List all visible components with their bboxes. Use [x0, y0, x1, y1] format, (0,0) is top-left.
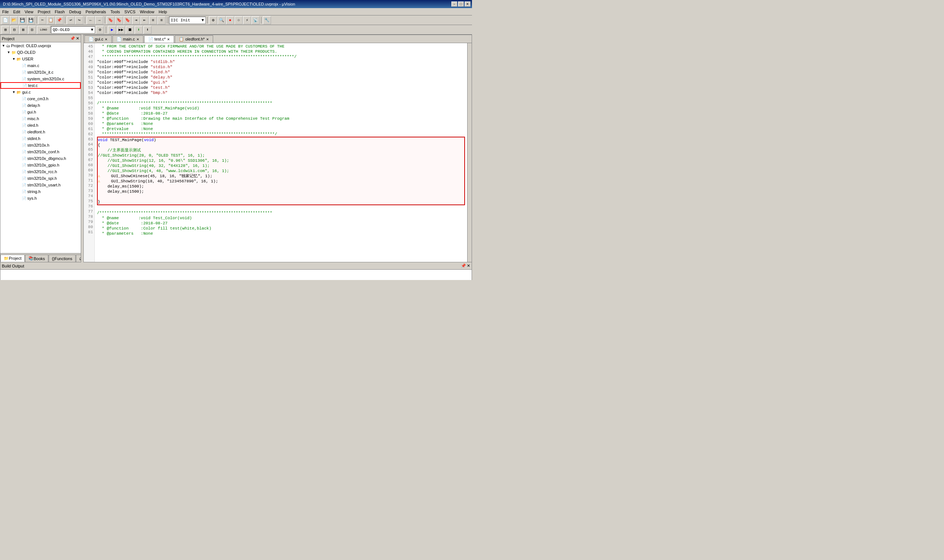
code-line-67: //GUI_ShowString(12, 16, "0.96\" SSD1306… [98, 158, 464, 163]
bookmark2-button[interactable]: 🔖 [115, 16, 123, 24]
maximize-button[interactable]: □ [458, 2, 464, 7]
stop-build-button[interactable]: ⏹ [126, 26, 134, 34]
tree-item-11[interactable]: 📄misc.h [0, 115, 81, 122]
flash-button[interactable]: 📡 [251, 16, 260, 24]
tree-item-3[interactable]: 📄main.c [0, 62, 81, 69]
tree-item-0[interactable]: ▼🗂Project: OLED.uvprojx [0, 42, 81, 49]
minimize-button[interactable]: − [451, 2, 457, 7]
line-num-53: 53 [84, 85, 93, 90]
tree-item-2[interactable]: ▼📂USER [0, 55, 81, 62]
nav-fwd-button[interactable]: → [95, 16, 103, 24]
target-settings-button[interactable]: ⚙ [96, 26, 104, 34]
code-line-72: delay_ms(1500); [98, 184, 464, 189]
build-close-button[interactable]: ✕ [467, 263, 470, 268]
tab-project[interactable]: 📁 Project [0, 255, 25, 262]
panel-splitter[interactable] [81, 35, 83, 262]
run-button[interactable]: ● [226, 16, 234, 24]
rebuild-button[interactable]: ▶▶ [117, 26, 125, 34]
outdent-button[interactable]: ⇤ [140, 16, 149, 24]
tree-item-21[interactable]: 📄stm32f10x_usart.h [0, 182, 81, 188]
tb2-btn2[interactable]: ⊟ [10, 26, 19, 34]
build-pin-button[interactable]: 📌 [461, 263, 466, 268]
save-all-button[interactable]: 💾 [27, 16, 35, 24]
menu-file[interactable]: File [0, 9, 11, 15]
format2-button[interactable]: ≡ [157, 16, 165, 24]
vertical-scrollbar[interactable] [467, 43, 472, 262]
redo-button[interactable]: ↪ [75, 16, 83, 24]
tree-item-4[interactable]: 📄stm32f10x_it.c [0, 69, 81, 75]
tree-item-18[interactable]: 📄stm32f10x_gpio.h [0, 162, 81, 168]
bookmark-button[interactable]: 🔖 [106, 16, 115, 24]
bookmark3-button[interactable]: 🔖 [123, 16, 132, 24]
tree-item-16[interactable]: 📄stm32f10x_conf.h [0, 148, 81, 155]
code-tab-3[interactable]: 📋 oledfont.h*✕ [175, 35, 213, 43]
code-tab-1[interactable]: 📄 main.c✕ [113, 35, 143, 43]
menu-tools[interactable]: Tools [108, 9, 122, 15]
code-line-62: ****************************************… [97, 132, 465, 137]
tree-item-17[interactable]: 📄stm32f10x_dbgmcu.h [0, 155, 81, 162]
tree-item-7[interactable]: ▼📂gui.c [0, 89, 81, 95]
target-dropdown[interactable]: QD-OLED ▼ [51, 26, 95, 34]
menu-help[interactable]: Help [156, 9, 169, 15]
debug-button[interactable]: ⚡ [243, 16, 251, 24]
tree-item-20[interactable]: 📄stm32f10x_spi.h [0, 175, 81, 182]
code-editor[interactable]: * FROM THE CONTENT OF SUCH FIRMWARE AND/… [95, 43, 467, 262]
line-num-55: 55 [84, 95, 93, 101]
cut-button[interactable]: ✂ [39, 16, 46, 24]
new-file-button[interactable]: 📄 [2, 16, 9, 24]
menu-peripherals[interactable]: Peripherals [83, 9, 108, 15]
iic-init-dropdown[interactable]: IIC Init ▼ [169, 17, 206, 24]
undo-button[interactable]: ↩ [67, 16, 75, 24]
open-file-button[interactable]: 📂 [10, 16, 18, 24]
line-num-61: 61 [84, 126, 93, 132]
tree-item-5[interactable]: 📄system_stm32f10x.c [0, 75, 81, 82]
menu-edit[interactable]: Edit [11, 9, 23, 15]
save-button[interactable]: 💾 [19, 16, 26, 24]
settings-button[interactable]: ⚙ [209, 16, 217, 24]
tree-item-19[interactable]: 📄stm32f10x_rcc.h [0, 168, 81, 175]
tree-item-12[interactable]: 📄oled.h [0, 122, 81, 129]
build-button[interactable]: ▶ [108, 26, 116, 34]
menu-project[interactable]: Project [35, 9, 52, 15]
menu-svcs[interactable]: SVCS [122, 9, 137, 15]
format-button[interactable]: ≡ [149, 16, 157, 24]
tree-item-15[interactable]: 📄stm32f10x.h [0, 142, 81, 148]
download-button[interactable]: ⬇ [134, 26, 143, 34]
tb2-btn3[interactable]: ⊠ [19, 26, 27, 34]
line-num-54: 54 [84, 90, 93, 95]
menu-window[interactable]: Window [137, 9, 156, 15]
tab-functions[interactable]: {} Functions [49, 255, 76, 262]
copy-button[interactable]: 📋 [47, 16, 55, 24]
stop-button[interactable]: ○ [234, 16, 243, 24]
line-num-60: 60 [84, 121, 93, 126]
menu-flash[interactable]: Flash [53, 9, 67, 15]
tools-button[interactable]: 🔧 [263, 16, 271, 24]
tree-item-8[interactable]: 📄core_cm3.h [0, 95, 81, 102]
search-button[interactable]: 🔍 [217, 16, 226, 24]
menu-debug[interactable]: Debug [67, 9, 83, 15]
menu-view[interactable]: View [23, 9, 36, 15]
indent-button[interactable]: ⇥ [132, 16, 140, 24]
tb2-btn4[interactable]: ⊡ [28, 26, 36, 34]
line-num-75: 75 [84, 198, 93, 204]
tree-item-9[interactable]: 📄delay.h [0, 102, 81, 109]
tab-templates[interactable]: 🗂 Templates [76, 255, 81, 262]
tree-item-10[interactable]: 📄gui.h [0, 109, 81, 115]
code-line-78: * @name :void Test_Color(void) [97, 215, 465, 221]
download2-button[interactable]: ⬇ [143, 26, 151, 34]
close-button[interactable]: ✕ [464, 2, 470, 7]
code-tab-0[interactable]: 📄 gui.c✕ [85, 35, 112, 43]
project-close-button[interactable]: ✕ [76, 36, 79, 41]
tab-books[interactable]: 📚 Books [25, 255, 48, 262]
code-tab-2[interactable]: 📄 test.c*✕ [144, 35, 174, 43]
tree-item-1[interactable]: ▼📁QD-OLED [0, 49, 81, 55]
project-pin-button[interactable]: 📌 [70, 36, 75, 41]
tree-item-13[interactable]: 📄oledfont.h [0, 129, 81, 135]
tree-item-22[interactable]: 📄string.h [0, 188, 81, 195]
tree-item-6[interactable]: 📄test.c [0, 82, 81, 89]
tree-item-23[interactable]: 📄sys.h [0, 195, 81, 202]
nav-back-button[interactable]: ← [86, 16, 95, 24]
tree-item-14[interactable]: 📄stdint.h [0, 135, 81, 142]
paste-button[interactable]: 📌 [55, 16, 63, 24]
tb2-btn1[interactable]: ⊞ [2, 26, 9, 34]
